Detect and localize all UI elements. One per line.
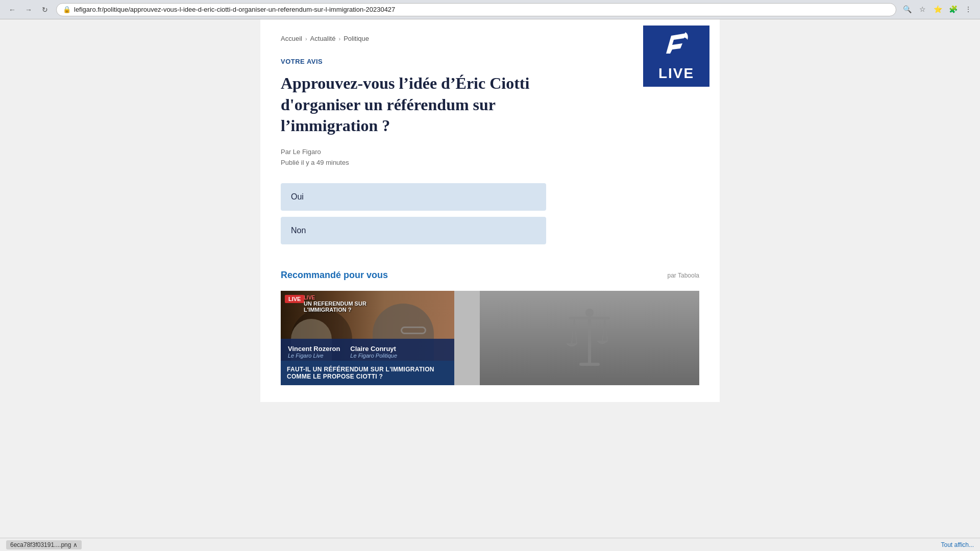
live-logo-text: LIVE — [658, 65, 694, 82]
forward-button[interactable]: → — [21, 3, 36, 17]
show-all-button[interactable]: Tout affich... — [941, 541, 974, 548]
rec-card-1[interactable]: LIVE LIVE UN REFERENDUM SUR L'IMMIGRATIO… — [281, 291, 454, 385]
presenter-2: Claire Conruyt Le Figaro Politique — [350, 345, 397, 359]
recommended-section: Recommandé pour vous par Taboola — [281, 270, 699, 385]
figaro-bird-icon — [661, 31, 692, 59]
breadcrumb-sep-1: › — [305, 36, 307, 42]
card-1-live-label: LIVE — [304, 295, 366, 300]
card-1-overlay-text: LIVE UN REFERENDUM SUR L'IMMIGRATION ? — [304, 295, 366, 313]
presenter-2-name: Claire Conruyt — [350, 345, 397, 353]
rec-card-3[interactable] — [480, 291, 699, 385]
breadcrumb-actualite[interactable]: Actualité — [310, 35, 336, 42]
refresh-button[interactable]: ↻ — [38, 3, 52, 17]
card-1-text-line1: UN REFERENDUM SUR — [304, 300, 366, 307]
address-bar[interactable]: 🔒 lefigaro.fr/politique/approuvez-vous-l… — [56, 3, 896, 16]
page-wrapper: LIVE Accueil › Actualité › Politique VOT… — [0, 19, 980, 538]
content-area: LIVE Accueil › Actualité › Politique VOT… — [260, 19, 720, 402]
bookmark-icon[interactable]: ☆ — [916, 3, 929, 16]
browser-right-icons: 🔍 ☆ ⭐ 🧩 ⋮ — [900, 3, 975, 16]
taboola-label: par Taboola — [668, 272, 700, 279]
browser-chrome: ← → ↻ 🔒 lefigaro.fr/politique/approuvez-… — [0, 0, 980, 19]
card-1-text-line2: L'IMMIGRATION ? — [304, 307, 366, 313]
breadcrumb: Accueil › Actualité › Politique — [281, 35, 699, 42]
recommended-header: Recommandé pour vous par Taboola — [281, 270, 699, 281]
star-icon[interactable]: ⭐ — [931, 3, 944, 16]
svg-rect-0 — [588, 318, 591, 364]
category-label: VOTRE AVIS — [281, 58, 699, 65]
svg-line-4 — [574, 319, 577, 343]
svg-line-6 — [605, 319, 607, 341]
article-author: Par Le Figaro — [281, 147, 699, 158]
svg-line-3 — [572, 319, 574, 343]
rec-card-2[interactable] — [454, 291, 480, 385]
article-title: Approuvez-vous l’idée d’Éric Ciotti d'or… — [281, 73, 587, 137]
svg-rect-2 — [569, 317, 610, 319]
extensions-icon[interactable]: 🧩 — [946, 3, 960, 16]
svg-line-5 — [602, 319, 605, 341]
menu-icon[interactable]: ⋮ — [962, 3, 975, 16]
live-logo[interactable]: LIVE — [643, 26, 709, 87]
recommended-title: Recommandé pour vous — [281, 270, 388, 281]
article-published: Publié il y a 49 minutes — [281, 158, 699, 168]
presenter-2-show: Le Figaro Politique — [350, 353, 397, 359]
bottom-bar: 6eca78f3f03191....png ∧ Tout affich... — [0, 538, 980, 551]
svg-rect-1 — [579, 363, 600, 366]
presenters: Vincent Rozeron Le Figaro Live Claire Co… — [288, 345, 447, 359]
breadcrumb-politique[interactable]: Politique — [344, 35, 369, 42]
back-button[interactable]: ← — [5, 3, 19, 17]
download-file[interactable]: 6eca78f3f03191....png ∧ — [6, 540, 82, 549]
card-1-bottom-banner: FAUT-IL UN RÉFÉRENDUM SUR L'IMMIGRATION … — [281, 361, 454, 385]
article-meta: Par Le Figaro Publié il y a 49 minutes — [281, 147, 699, 168]
presenter-1-show: Le Figaro Live — [288, 353, 340, 359]
zoom-icon[interactable]: 🔍 — [900, 3, 914, 16]
poll-container: Oui Non — [281, 183, 546, 244]
poll-option-no[interactable]: Non — [281, 217, 546, 244]
browser-controls: ← → ↻ — [5, 3, 52, 17]
poll-option-yes[interactable]: Oui — [281, 183, 546, 211]
card-1-live-badge: LIVE — [285, 295, 304, 303]
card-3-image — [480, 291, 699, 385]
presenter-1: Vincent Rozeron Le Figaro Live — [288, 345, 340, 359]
presenter-1-name: Vincent Rozeron — [288, 345, 340, 353]
url-text: lefigaro.fr/politique/approuvez-vous-l-i… — [74, 6, 395, 13]
recommended-cards: LIVE LIVE UN REFERENDUM SUR L'IMMIGRATIO… — [281, 291, 699, 385]
breadcrumb-sep-2: › — [338, 36, 340, 42]
breadcrumb-home[interactable]: Accueil — [281, 35, 302, 42]
svg-point-7 — [585, 309, 594, 317]
